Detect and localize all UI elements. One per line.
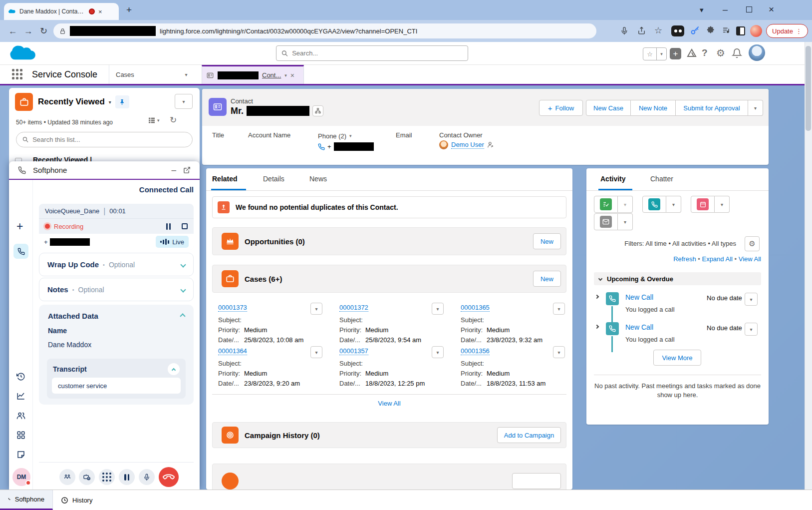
- password-key-icon[interactable]: [690, 25, 700, 35]
- partial-section-button[interactable]: [512, 473, 561, 489]
- new-case-button[interactable]: New Case: [586, 100, 631, 116]
- case-number-link[interactable]: 00001357: [339, 347, 368, 355]
- browser-tab[interactable]: Dane Maddox | Contact | Sal ×: [4, 3, 119, 20]
- list-view-chevron-icon[interactable]: ▾: [109, 99, 111, 105]
- notes-section[interactable]: Notes • Optional: [39, 278, 194, 301]
- share-icon[interactable]: [637, 26, 646, 35]
- event-dropdown[interactable]: ▾: [715, 196, 730, 213]
- list-search[interactable]: [16, 132, 193, 147]
- phone-value[interactable]: +: [318, 142, 374, 151]
- case-number-link[interactable]: 00001372: [339, 304, 368, 312]
- window-maximize-icon[interactable]: [746, 6, 752, 12]
- back-icon[interactable]: ←: [5, 26, 20, 36]
- case-row-actions[interactable]: ▾: [310, 346, 322, 358]
- case-row-actions[interactable]: ▾: [310, 303, 322, 315]
- case-number-link[interactable]: 00001364: [218, 347, 247, 355]
- conference-button[interactable]: [59, 469, 75, 485]
- bookmark-star-icon[interactable]: ☆: [654, 25, 662, 36]
- new-note-button[interactable]: New Note: [631, 100, 676, 116]
- case-row-actions[interactable]: ▾: [553, 346, 565, 358]
- trailhead-help-icon[interactable]: [686, 47, 698, 59]
- submit-for-approval-button[interactable]: Submit for Approval: [676, 100, 748, 116]
- tab-activity[interactable]: Activity: [600, 175, 626, 183]
- case-row-actions[interactable]: ▾: [432, 346, 444, 358]
- pin-button[interactable]: [115, 95, 129, 108]
- activity-filter-gear-button[interactable]: ⚙: [745, 236, 760, 251]
- notes-icon[interactable]: [16, 450, 25, 459]
- softphone-minimize-icon[interactable]: –: [172, 165, 176, 175]
- notifications-bell-icon[interactable]: [732, 48, 742, 58]
- view-more-button[interactable]: View More: [653, 350, 701, 366]
- case-row-actions[interactable]: ▾: [432, 303, 444, 315]
- opportunities-section[interactable]: Opportunities (0) New: [212, 227, 566, 255]
- activity-item-actions[interactable]: ▾: [745, 293, 758, 306]
- list-more-actions-button[interactable]: ▾: [175, 94, 193, 109]
- extensions-puzzle-icon[interactable]: [706, 25, 715, 35]
- new-opportunity-button[interactable]: New: [533, 233, 561, 249]
- call-dropdown[interactable]: ▾: [666, 196, 681, 213]
- cases-view-all-link[interactable]: View All: [206, 400, 572, 407]
- side-panel-icon[interactable]: [736, 26, 745, 35]
- new-event-button[interactable]: [691, 196, 715, 213]
- expand-all-link[interactable]: Expand All: [702, 255, 732, 263]
- extension-dark-icon[interactable]: [671, 25, 684, 36]
- window-chevron-icon[interactable]: ▾: [700, 6, 704, 13]
- favorites-group[interactable]: ☆ ▾: [643, 47, 667, 60]
- new-case-related-button[interactable]: New: [533, 271, 561, 287]
- app-launcher-waffle-icon[interactable]: [12, 69, 22, 79]
- new-task-button[interactable]: [594, 196, 618, 213]
- case-number-link[interactable]: 00001373: [218, 304, 247, 312]
- tab-chatter[interactable]: Chatter: [650, 175, 673, 183]
- case-row-actions[interactable]: ▾: [553, 303, 565, 315]
- list-refresh-icon[interactable]: ↻: [170, 115, 177, 125]
- tab-related[interactable]: Related: [212, 175, 238, 183]
- stats-chart-icon[interactable]: [16, 392, 25, 401]
- user-avatar[interactable]: [749, 44, 765, 61]
- add-to-campaign-button[interactable]: Add to Campaign: [497, 427, 561, 443]
- activity-item-actions[interactable]: ▾: [745, 323, 758, 336]
- upcoming-overdue-header[interactable]: Upcoming & Overdue: [594, 272, 761, 285]
- list-view-title[interactable]: Recently Viewed: [38, 97, 105, 107]
- voice-search-mic-icon[interactable]: [620, 26, 628, 36]
- setup-gear-icon[interactable]: ⚙: [716, 47, 725, 59]
- pause-recording-icon[interactable]: [166, 223, 171, 230]
- activity-item-title[interactable]: New Call: [625, 323, 653, 331]
- softphone-popout-icon[interactable]: [183, 166, 191, 174]
- browser-profile-avatar[interactable]: [750, 25, 762, 37]
- nav-tab-cases-chevron[interactable]: ▾: [176, 65, 197, 84]
- add-call-icon[interactable]: +: [16, 220, 23, 233]
- more-actions-chevron[interactable]: ▾: [748, 100, 763, 116]
- global-search[interactable]: [276, 45, 468, 61]
- new-tab-button[interactable]: +: [126, 5, 132, 14]
- window-close-icon[interactable]: ×: [769, 4, 774, 14]
- transfer-device-button[interactable]: [79, 469, 95, 485]
- tab-list-icon[interactable]: [722, 26, 731, 34]
- forward-icon[interactable]: →: [20, 26, 36, 36]
- favorites-star-icon[interactable]: ☆: [643, 48, 657, 60]
- change-owner-icon[interactable]: [487, 141, 494, 148]
- wrapup-section[interactable]: Wrap Up Code • Optional: [39, 253, 194, 276]
- attached-chevron-icon[interactable]: [180, 313, 185, 319]
- scrollbar-thumb[interactable]: [806, 46, 811, 131]
- cases-section-header[interactable]: Cases (6+) New: [212, 265, 566, 293]
- global-actions-plus-icon[interactable]: +: [670, 48, 681, 59]
- url-bar[interactable]: lightning.force.com/lightning/r/Contact/…: [53, 23, 596, 38]
- email-dropdown[interactable]: ▾: [618, 213, 633, 230]
- nav-tab-cases[interactable]: Cases: [109, 65, 173, 84]
- mute-mic-button[interactable]: [139, 469, 155, 485]
- expand-item-chevron[interactable]: [595, 295, 599, 299]
- owner-link[interactable]: Demo User: [451, 141, 484, 149]
- case-number-link[interactable]: 00001356: [461, 347, 490, 355]
- help-icon[interactable]: ?: [702, 47, 708, 58]
- global-search-input[interactable]: [292, 49, 463, 57]
- tab-close-icon[interactable]: ×: [98, 8, 102, 15]
- stop-recording-icon[interactable]: [182, 223, 188, 229]
- view-all-link[interactable]: View All: [739, 255, 761, 263]
- email-button[interactable]: [594, 213, 618, 230]
- list-search-input[interactable]: [32, 136, 186, 143]
- expand-item-chevron[interactable]: [595, 325, 599, 329]
- transcript-collapse-button[interactable]: [168, 363, 180, 375]
- display-as-button[interactable]: ▾: [148, 116, 160, 124]
- dialpad-button[interactable]: [99, 469, 115, 485]
- call-history-icon[interactable]: [16, 372, 25, 381]
